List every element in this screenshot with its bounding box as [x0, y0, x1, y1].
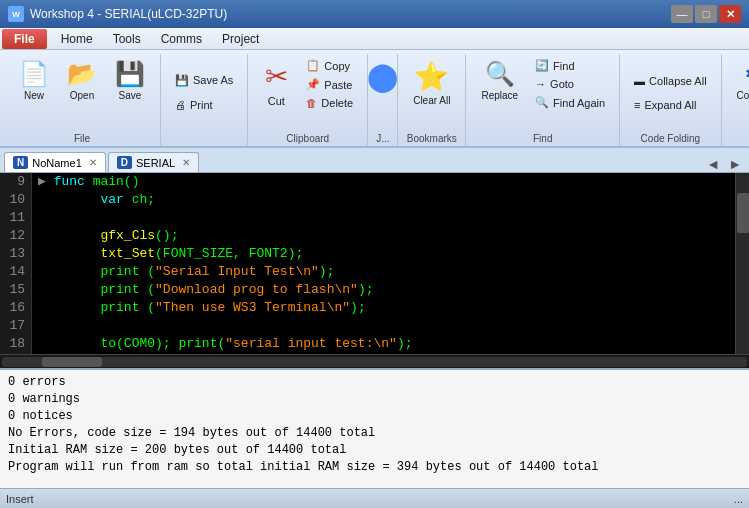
h-scrollbar-track [2, 357, 747, 367]
output-line-0: 0 errors [8, 374, 741, 391]
h-scrollbar-thumb[interactable] [42, 357, 102, 367]
tools-menu-item[interactable]: Tools [103, 29, 151, 49]
maximize-button[interactable]: □ [695, 5, 717, 23]
output-line-1: 0 warnings [8, 391, 741, 408]
minimize-button[interactable]: — [671, 5, 693, 23]
new-icon: 📄 [19, 60, 49, 88]
tab-serial[interactable]: D SERIAL ✕ [108, 152, 199, 172]
tab-navigation: ◄ ► [703, 156, 745, 172]
find-button[interactable]: 🔍 Replace [474, 56, 525, 105]
save-icon: 💾 [115, 60, 145, 88]
bookmarks-group-content: ⭐ Clear All [406, 56, 457, 133]
find-col: 🔄 Find → Goto 🔍 Find Again [529, 56, 611, 112]
open-button[interactable]: 📂 Open [60, 56, 104, 105]
file-menu-button[interactable]: File [2, 29, 47, 49]
tab-bar: N NoName1 ✕ D SERIAL ✕ ◄ ► [0, 148, 749, 173]
line-num-12: 12 [6, 227, 25, 245]
save-button[interactable]: 💾 Save [108, 56, 152, 105]
horizontal-scrollbar[interactable] [0, 354, 749, 368]
find-again-label: Find Again [553, 97, 605, 109]
comms-menu-item[interactable]: Comms [151, 29, 212, 49]
saveas-group-content: 💾 Save As 🖨 Print [169, 56, 239, 132]
status-mode: Insert [6, 493, 34, 505]
paste-label: Paste [324, 79, 352, 91]
tab-noname1-icon: N [13, 156, 28, 169]
print-button[interactable]: 🖨 Print [169, 96, 219, 114]
find-group-label: Find [474, 133, 611, 146]
line-num-9: 9 [6, 173, 25, 191]
ribbon-group-clipboard: ✂ Cut 📋 Copy 📌 Paste 🗑 Delete Clipboard [248, 54, 368, 146]
new-button[interactable]: 📄 New [12, 56, 56, 105]
print-label: Print [190, 99, 213, 111]
line-numbers: 9 10 11 12 13 14 15 16 17 18 [0, 173, 32, 354]
tab-noname1[interactable]: N NoName1 ✕ [4, 152, 106, 172]
ribbon-group-saveas: 💾 Save As 🖨 Print [161, 54, 248, 146]
project-menu-item[interactable]: Project [212, 29, 269, 49]
copy-button[interactable]: 📋 Copy [300, 56, 359, 75]
find-again-icon: 🔍 [535, 96, 549, 109]
replace-button[interactable]: 🔄 Find [529, 56, 611, 75]
ribbon-group-find: 🔍 Replace 🔄 Find → Goto 🔍 Find Again Fin… [466, 54, 620, 146]
clear-all-button[interactable]: ⭐ Clear All [406, 56, 457, 110]
tab-next-button[interactable]: ► [725, 156, 745, 172]
cut-label: Cut [268, 95, 285, 107]
open-label: Open [70, 90, 94, 101]
output-line-2: 0 notices [8, 408, 741, 425]
collapse-all-label: Collapse All [649, 75, 706, 87]
delete-button[interactable]: 🗑 Delete [300, 94, 359, 112]
menu-bar: File Home Tools Comms Project [0, 28, 749, 50]
code-line-16: print ("Then use WS3 Terminal\n"); [38, 299, 729, 317]
title-bar-controls: — □ ✕ [671, 5, 741, 23]
compile-button[interactable]: ⚙ Compile [730, 56, 749, 105]
cut-button[interactable]: ✂ Cut [256, 56, 296, 111]
cut-icon: ✂ [265, 60, 288, 93]
code-editor[interactable]: 9 10 11 12 13 14 15 16 17 18 ▶ func main… [0, 173, 749, 354]
paste-button[interactable]: 📌 Paste [300, 75, 359, 94]
code-line-12: gfx_Cls(); [38, 227, 729, 245]
code-line-15: print ("Download prog to flash\n"); [38, 281, 729, 299]
code-line-18: to(COM0); print("serial input test:\n"); [38, 335, 729, 353]
save-as-button[interactable]: 💾 Save As [169, 71, 239, 90]
code-line-14: print ("Serial Input Test\n"); [38, 263, 729, 281]
clipboard-col: 📋 Copy 📌 Paste 🗑 Delete [300, 56, 359, 112]
compile-label: Compile [737, 90, 749, 101]
tab-prev-button[interactable]: ◄ [703, 156, 723, 172]
output-area: 0 errors 0 warnings 0 notices No Errors,… [0, 368, 749, 488]
code-line-11 [38, 209, 729, 227]
line-num-11: 11 [6, 209, 25, 227]
line-num-13: 13 [6, 245, 25, 263]
goto-button[interactable]: → Goto [529, 75, 611, 93]
codefolding-label: Code Folding [628, 133, 712, 146]
main-content: N NoName1 ✕ D SERIAL ✕ ◄ ► 9 10 11 12 13 [0, 148, 749, 508]
scrollbar-thumb[interactable] [737, 193, 749, 233]
line-num-16: 16 [6, 299, 25, 317]
tab-serial-close[interactable]: ✕ [182, 157, 190, 168]
print-icon: 🖨 [175, 99, 186, 111]
replace-label: Find [553, 60, 574, 72]
ribbon-group-j: ⬤ J... [368, 54, 398, 146]
expand-all-button[interactable]: ≡ Expand All [628, 96, 702, 114]
close-button[interactable]: ✕ [719, 5, 741, 23]
home-menu-item[interactable]: Home [51, 29, 103, 49]
bookmarks-label: Bookmarks [406, 133, 457, 146]
line-num-17: 17 [6, 317, 25, 335]
vertical-scrollbar[interactable] [735, 173, 749, 354]
output-line-4: Initial RAM size = 200 bytes out of 1440… [8, 442, 741, 459]
compile-group-label: Compile [730, 133, 749, 146]
output-line-3: No Errors, code size = 194 bytes out of … [8, 425, 741, 442]
find-label: Replace [481, 90, 518, 101]
save-as-label: Save As [193, 74, 233, 86]
replace-icon: 🔄 [535, 59, 549, 72]
open-icon: 📂 [67, 60, 97, 88]
compile-icon: ⚙ [744, 60, 749, 88]
find-again-button[interactable]: 🔍 Find Again [529, 93, 611, 112]
title-bar-left: W Workshop 4 - SERIAL(uLCD-32PTU) [8, 6, 227, 22]
goto-label: Goto [550, 78, 574, 90]
collapse-all-button[interactable]: ▬ Collapse All [628, 72, 712, 90]
ribbon-group-compile: ⚙ Compile ⬇ Download Compile [722, 54, 749, 146]
code-line-9: ▶ func main() [38, 173, 729, 191]
j-group-label: J... [376, 133, 389, 146]
line-num-10: 10 [6, 191, 25, 209]
ribbon-group-file: 📄 New 📂 Open 💾 Save File [4, 54, 161, 146]
tab-noname1-close[interactable]: ✕ [89, 157, 97, 168]
